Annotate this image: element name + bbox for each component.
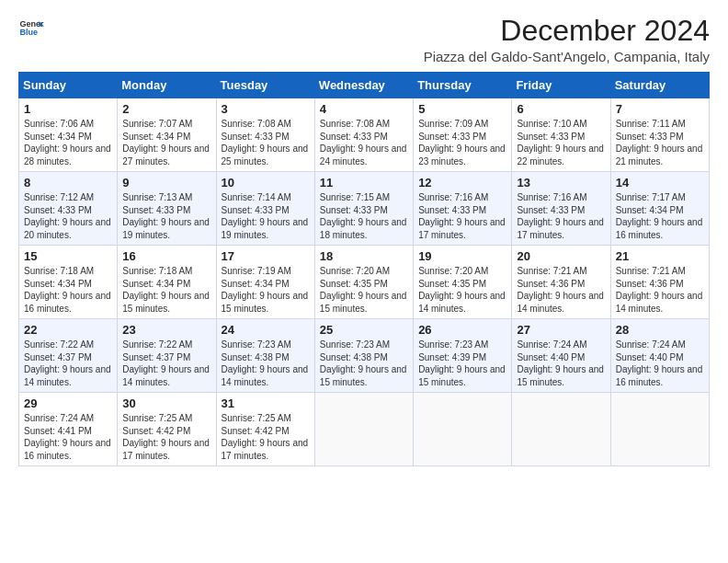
day-number: 5 (418, 102, 506, 116)
day-cell: 10Sunrise: 7:14 AMSunset: 4:33 PMDayligh… (216, 172, 314, 246)
col-header-sunday: Sunday (19, 73, 118, 98)
day-info: Sunrise: 7:09 AMSunset: 4:33 PMDaylight:… (418, 119, 506, 167)
day-info: Sunrise: 7:10 AMSunset: 4:33 PMDaylight:… (517, 119, 604, 167)
day-number: 12 (418, 176, 506, 190)
day-cell: 13Sunrise: 7:16 AMSunset: 4:33 PMDayligh… (512, 172, 610, 246)
day-cell: 3Sunrise: 7:08 AMSunset: 4:33 PMDaylight… (216, 98, 314, 172)
day-info: Sunrise: 7:25 AMSunset: 4:42 PMDaylight:… (222, 413, 309, 461)
day-info: Sunrise: 7:20 AMSunset: 4:35 PMDaylight:… (418, 266, 506, 314)
main-title: December 2024 (424, 15, 710, 47)
day-number: 8 (24, 176, 112, 190)
day-info: Sunrise: 7:19 AMSunset: 4:34 PMDaylight:… (222, 266, 309, 314)
day-info: Sunrise: 7:12 AMSunset: 4:33 PMDaylight:… (24, 192, 111, 240)
day-info: Sunrise: 7:08 AMSunset: 4:33 PMDaylight:… (222, 119, 309, 167)
day-info: Sunrise: 7:16 AMSunset: 4:33 PMDaylight:… (418, 192, 506, 240)
day-info: Sunrise: 7:24 AMSunset: 4:41 PMDaylight:… (24, 413, 111, 461)
day-number: 20 (517, 249, 605, 263)
logo-icon: General Blue (18, 15, 44, 40)
day-cell: 19Sunrise: 7:20 AMSunset: 4:35 PMDayligh… (414, 246, 512, 319)
day-cell: 16Sunrise: 7:18 AMSunset: 4:34 PMDayligh… (118, 246, 216, 319)
day-cell: 5Sunrise: 7:09 AMSunset: 4:33 PMDaylight… (414, 98, 512, 172)
col-header-thursday: Thursday (414, 73, 512, 98)
subtitle: Piazza del Galdo-Sant'Angelo, Campania, … (424, 49, 710, 64)
day-cell: 7Sunrise: 7:11 AMSunset: 4:33 PMDaylight… (610, 98, 709, 172)
day-number: 25 (320, 323, 408, 337)
day-number: 1 (24, 102, 112, 116)
day-number: 23 (122, 323, 210, 337)
week-row-5: 29Sunrise: 7:24 AMSunset: 4:41 PMDayligh… (19, 393, 710, 466)
day-number: 31 (222, 396, 310, 410)
day-cell: 6Sunrise: 7:10 AMSunset: 4:33 PMDaylight… (512, 98, 610, 172)
day-cell: 17Sunrise: 7:19 AMSunset: 4:34 PMDayligh… (216, 246, 314, 319)
day-number: 26 (418, 323, 506, 337)
calendar-table: SundayMondayTuesdayWednesdayThursdayFrid… (18, 72, 710, 466)
day-number: 22 (24, 323, 112, 337)
day-info: Sunrise: 7:18 AMSunset: 4:34 PMDaylight:… (122, 266, 210, 314)
day-cell: 22Sunrise: 7:22 AMSunset: 4:37 PMDayligh… (19, 319, 118, 393)
day-cell: 8Sunrise: 7:12 AMSunset: 4:33 PMDaylight… (19, 172, 118, 246)
logo: General Blue (18, 15, 44, 40)
page: General Blue December 2024 Piazza del Ga… (0, 0, 728, 476)
day-info: Sunrise: 7:21 AMSunset: 4:36 PMDaylight:… (517, 266, 604, 314)
day-number: 15 (24, 249, 112, 263)
col-header-saturday: Saturday (610, 73, 709, 98)
day-number: 30 (122, 396, 210, 410)
day-info: Sunrise: 7:16 AMSunset: 4:33 PMDaylight:… (517, 192, 604, 240)
col-header-wednesday: Wednesday (314, 73, 413, 98)
week-row-2: 8Sunrise: 7:12 AMSunset: 4:33 PMDaylight… (19, 172, 710, 246)
week-row-3: 15Sunrise: 7:18 AMSunset: 4:34 PMDayligh… (19, 246, 710, 319)
day-cell: 21Sunrise: 7:21 AMSunset: 4:36 PMDayligh… (610, 246, 709, 319)
day-info: Sunrise: 7:23 AMSunset: 4:38 PMDaylight:… (222, 339, 309, 387)
day-cell: 18Sunrise: 7:20 AMSunset: 4:35 PMDayligh… (314, 246, 413, 319)
day-cell: 12Sunrise: 7:16 AMSunset: 4:33 PMDayligh… (414, 172, 512, 246)
day-cell: 23Sunrise: 7:22 AMSunset: 4:37 PMDayligh… (118, 319, 216, 393)
day-cell: 2Sunrise: 7:07 AMSunset: 4:34 PMDaylight… (118, 98, 216, 172)
day-number: 24 (222, 323, 310, 337)
col-header-monday: Monday (118, 73, 216, 98)
day-info: Sunrise: 7:11 AMSunset: 4:33 PMDaylight:… (616, 119, 703, 167)
day-cell: 20Sunrise: 7:21 AMSunset: 4:36 PMDayligh… (512, 246, 610, 319)
day-cell: 28Sunrise: 7:24 AMSunset: 4:40 PMDayligh… (610, 319, 709, 393)
day-number: 28 (616, 323, 704, 337)
day-number: 16 (122, 249, 210, 263)
day-number: 6 (517, 102, 605, 116)
day-number: 10 (222, 176, 310, 190)
day-info: Sunrise: 7:21 AMSunset: 4:36 PMDaylight:… (616, 266, 703, 314)
day-number: 21 (616, 249, 704, 263)
day-number: 18 (320, 249, 408, 263)
day-number: 4 (320, 102, 408, 116)
day-cell (610, 393, 709, 466)
day-number: 13 (517, 176, 605, 190)
svg-text:Blue: Blue (19, 28, 38, 37)
day-cell: 31Sunrise: 7:25 AMSunset: 4:42 PMDayligh… (216, 393, 314, 466)
day-cell (314, 393, 413, 466)
day-cell: 14Sunrise: 7:17 AMSunset: 4:34 PMDayligh… (610, 172, 709, 246)
day-number: 19 (418, 249, 506, 263)
day-cell: 26Sunrise: 7:23 AMSunset: 4:39 PMDayligh… (414, 319, 512, 393)
col-header-friday: Friday (512, 73, 610, 98)
day-cell: 27Sunrise: 7:24 AMSunset: 4:40 PMDayligh… (512, 319, 610, 393)
day-cell: 15Sunrise: 7:18 AMSunset: 4:34 PMDayligh… (19, 246, 118, 319)
day-info: Sunrise: 7:20 AMSunset: 4:35 PMDaylight:… (320, 266, 407, 314)
day-number: 3 (222, 102, 310, 116)
day-info: Sunrise: 7:08 AMSunset: 4:33 PMDaylight:… (320, 119, 407, 167)
day-cell: 11Sunrise: 7:15 AMSunset: 4:33 PMDayligh… (314, 172, 413, 246)
day-info: Sunrise: 7:24 AMSunset: 4:40 PMDaylight:… (616, 339, 703, 387)
day-info: Sunrise: 7:23 AMSunset: 4:39 PMDaylight:… (418, 339, 506, 387)
day-info: Sunrise: 7:24 AMSunset: 4:40 PMDaylight:… (517, 339, 604, 387)
day-info: Sunrise: 7:15 AMSunset: 4:33 PMDaylight:… (320, 192, 407, 240)
week-row-4: 22Sunrise: 7:22 AMSunset: 4:37 PMDayligh… (19, 319, 710, 393)
day-info: Sunrise: 7:22 AMSunset: 4:37 PMDaylight:… (24, 339, 111, 387)
col-header-tuesday: Tuesday (216, 73, 314, 98)
day-info: Sunrise: 7:25 AMSunset: 4:42 PMDaylight:… (122, 413, 210, 461)
day-cell: 30Sunrise: 7:25 AMSunset: 4:42 PMDayligh… (118, 393, 216, 466)
day-info: Sunrise: 7:14 AMSunset: 4:33 PMDaylight:… (222, 192, 309, 240)
day-cell: 9Sunrise: 7:13 AMSunset: 4:33 PMDaylight… (118, 172, 216, 246)
day-number: 14 (616, 176, 704, 190)
day-info: Sunrise: 7:22 AMSunset: 4:37 PMDaylight:… (122, 339, 210, 387)
day-number: 29 (24, 396, 112, 410)
day-info: Sunrise: 7:18 AMSunset: 4:34 PMDaylight:… (24, 266, 111, 314)
day-number: 11 (320, 176, 408, 190)
day-cell: 24Sunrise: 7:23 AMSunset: 4:38 PMDayligh… (216, 319, 314, 393)
header: General Blue December 2024 Piazza del Ga… (18, 15, 710, 64)
